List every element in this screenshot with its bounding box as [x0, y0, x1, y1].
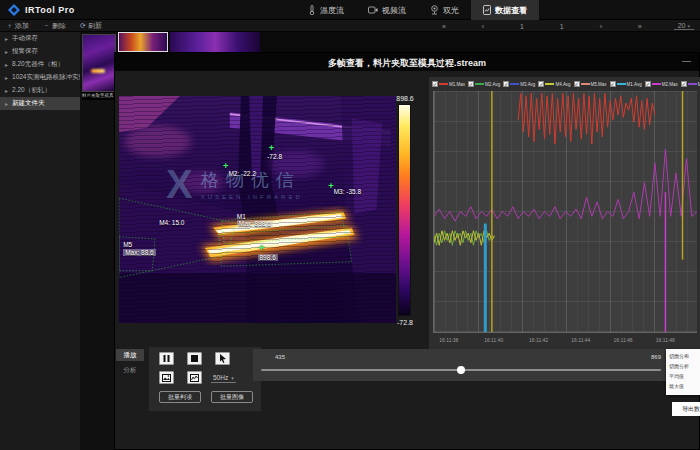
legend-checkbox[interactable]: ✓ [574, 81, 580, 87]
page-prev-button[interactable]: ‹ [478, 23, 488, 30]
sidebar-item-4[interactable]: ▸2.20（初轧） [0, 84, 80, 97]
delete-button[interactable]: －删除 [43, 21, 66, 31]
thermal-image-canvas[interactable]: X 格物优信 XUSEEN INFRARED +-72.8+M2: -22.2+… [119, 96, 396, 323]
curve-button[interactable] [187, 371, 202, 384]
chevron-right-icon: ▸ [5, 74, 8, 81]
page-first-button[interactable]: « [438, 23, 450, 30]
sidebar-item-3[interactable]: ▸1024实测电路板脉冲实验 [0, 71, 80, 84]
tab-0[interactable]: 播放 [116, 349, 144, 361]
legend-label: M4.Avg [555, 82, 570, 87]
marker-m3-label[interactable]: M3: -35.8 [334, 188, 361, 196]
chart-series-m1-max [518, 93, 655, 144]
menu-item-data-view[interactable]: 数据查看 [471, 0, 539, 20]
minus-icon: － [43, 21, 50, 31]
gallery-thumbnail-2[interactable] [170, 32, 260, 52]
sidebar-item-label: 1024实测电路板脉冲实验 [12, 73, 80, 82]
file-list-panel: 料片夹取至模具过程 [80, 32, 118, 450]
pause-button[interactable] [159, 352, 174, 365]
legend-checkbox[interactable]: ✓ [432, 81, 438, 87]
chart-plot[interactable] [433, 91, 697, 333]
thermal-scene [119, 96, 396, 323]
chevron-right-icon: ▸ [5, 61, 8, 68]
legend-swatch [475, 83, 484, 85]
menu-item-label: 数据查看 [495, 5, 527, 16]
legend-item-1: ✓M2.Avg [468, 81, 500, 87]
popup-titlebar[interactable]: 多帧查看，料片夹取至模具过程.stream — [115, 53, 699, 71]
curve-icon [190, 374, 199, 382]
export-button[interactable]: 导出数据 [672, 402, 700, 416]
legend-swatch [617, 83, 626, 85]
chart-series-avg-magenta [434, 149, 697, 221]
page-current[interactable]: 1 [516, 23, 528, 30]
legend-label: M3.Avg [520, 82, 535, 87]
legend-checkbox[interactable]: ✓ [610, 81, 616, 87]
minimize-button[interactable]: — [682, 56, 691, 66]
legend-label: M1.Max [449, 82, 465, 87]
legend-checkbox[interactable]: ✓ [468, 81, 474, 87]
x-tick-label: 16:11:48 [656, 337, 675, 343]
x-tick-label: 16:11:42 [529, 337, 548, 343]
legend-label: M1.Avg [627, 82, 642, 87]
chevron-right-icon: ▸ [5, 48, 8, 55]
gallery-thumbnail-1[interactable] [118, 32, 168, 52]
x-tick-label: 16:11:38 [439, 337, 458, 343]
main-menu: 温度流视频流双光数据查看 [296, 0, 539, 20]
app-title: IRTool Pro [25, 5, 75, 15]
refresh-button[interactable]: ⟳刷新 [80, 21, 102, 31]
menu-item-label: 双光 [443, 5, 459, 16]
menu-item-temp-stream[interactable]: 温度流 [296, 0, 356, 20]
chart-series-layer [434, 91, 697, 332]
snapshot-button[interactable] [159, 371, 174, 384]
page-size-select[interactable]: 20▾ [674, 22, 694, 30]
legend-item-0: ✓M1.Max [432, 81, 465, 87]
page-total: 1 [556, 23, 568, 30]
mode-tabs: 播放分析 [116, 349, 146, 379]
batch-image-button[interactable]: 批量图像 [211, 391, 253, 403]
page-last-button[interactable]: » [634, 23, 646, 30]
menu-item-video-stream[interactable]: 视频流 [356, 0, 418, 20]
x-tick-label: 16:11:46 [614, 337, 633, 343]
legend-checkbox[interactable]: ✓ [538, 81, 544, 87]
cursor-button[interactable] [215, 352, 230, 365]
context-menu-item-1[interactable]: 切面分析 [666, 361, 700, 371]
timeline-panel: 435 869 [253, 349, 669, 381]
context-menu-item-2[interactable]: 平均值 [666, 371, 700, 381]
region-max-label[interactable]: 898.6 [258, 254, 278, 262]
context-menu-item-3[interactable]: 最大值 [666, 381, 700, 391]
colorbar-max-label: 898.6 [391, 95, 419, 102]
marker-m1-label[interactable]: M1Max: 898.6 [237, 213, 273, 228]
tab-1[interactable]: 分析 [116, 364, 144, 376]
timeline-handle[interactable] [457, 366, 465, 374]
menu-item-dual-light[interactable]: 双光 [418, 0, 471, 20]
add-button[interactable]: ＋添加 [6, 21, 29, 31]
sidebar-item-1[interactable]: ▸报警保存 [0, 45, 80, 58]
legend-checkbox[interactable]: ✓ [645, 81, 651, 87]
legend-item-5: ✓M1.Avg [610, 81, 642, 87]
chart-legend: ✓M1.Max✓M2.Avg✓M3.Avg✓M4.Avg✓M5.Max✓M1.A… [432, 79, 700, 89]
video-stream-icon [368, 6, 378, 14]
legend-item-4: ✓M5.Max [574, 81, 607, 87]
page-next-button[interactable]: › [596, 23, 606, 30]
file-thumbnail[interactable] [82, 34, 116, 92]
marker-m5-label[interactable]: M5Max: 88.6 [123, 241, 156, 256]
app-window: IRTool Pro 温度流视频流双光数据查看 ＋添加 －删除 ⟳刷新 « ‹ … [0, 0, 700, 450]
toolbar: ＋添加 －删除 ⟳刷新 « ‹ 1 1 › » 20▾ [0, 20, 700, 32]
file-thumbnail-caption: 料片夹取至模具过程 [82, 92, 116, 100]
spot-temp-label[interactable]: -72.8 [267, 153, 282, 161]
legend-swatch [545, 83, 554, 85]
marker-m2-label[interactable]: M2: -22.2 [228, 170, 255, 178]
legend-item-7: ✓M3.Max [681, 81, 700, 87]
sidebar-item-label: 2.20（初轧） [12, 86, 51, 95]
cursor-icon [219, 354, 227, 363]
legend-checkbox[interactable]: ✓ [681, 81, 687, 87]
stop-button[interactable] [187, 352, 202, 365]
legend-checkbox[interactable]: ✓ [503, 81, 509, 87]
sidebar-item-2[interactable]: ▸8.20元器件（相） [0, 58, 80, 71]
batch-read-button[interactable]: 批量判读 [159, 391, 201, 403]
timeline-track[interactable] [261, 369, 661, 371]
context-menu-item-0[interactable]: 切面分布 [666, 351, 700, 361]
marker-m4-label[interactable]: M4: 15.0 [159, 219, 184, 227]
sidebar-item-0[interactable]: ▸手动保存 [0, 32, 80, 45]
sidebar-item-5[interactable]: ▸新建文件夹 [0, 97, 80, 110]
rate-select[interactable]: 50Hz ▾ [211, 374, 236, 383]
